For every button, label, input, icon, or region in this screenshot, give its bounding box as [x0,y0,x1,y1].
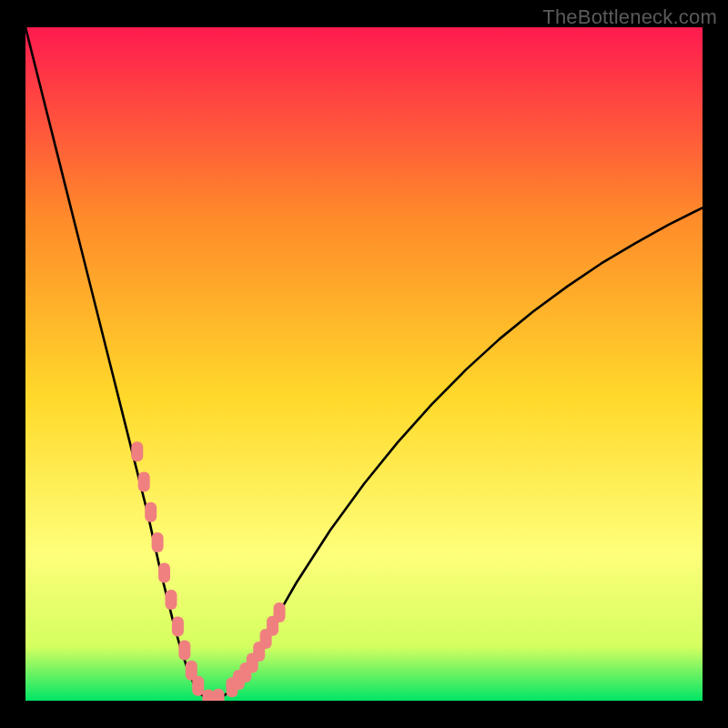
curve-marker [178,641,190,661]
curve-marker [131,441,143,461]
watermark-text: TheBottleneck.com [542,5,717,29]
curve-marker [152,532,164,552]
curve-marker [274,602,286,622]
curve-marker [158,562,170,582]
chart-container: TheBottleneck.com [0,0,728,728]
curve-marker [192,676,204,696]
curve-marker [165,590,177,610]
chart-svg [25,27,703,701]
gradient-background [25,27,703,701]
curve-marker [172,617,184,637]
curve-marker [145,502,157,522]
curve-marker [202,690,214,701]
curve-marker [138,472,150,492]
curve-marker [213,689,225,701]
plot-area [25,27,703,701]
